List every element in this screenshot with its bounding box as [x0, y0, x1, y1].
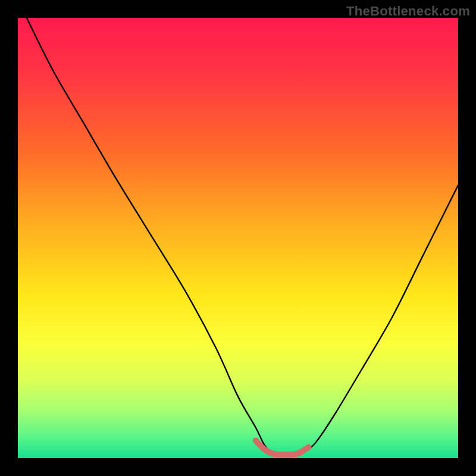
chart-svg	[18, 18, 458, 458]
bottleneck-curve-path	[27, 18, 458, 456]
watermark-text: TheBottleneck.com	[346, 4, 470, 19]
chart-frame: TheBottleneck.com	[0, 0, 476, 476]
plot-area	[18, 18, 458, 458]
